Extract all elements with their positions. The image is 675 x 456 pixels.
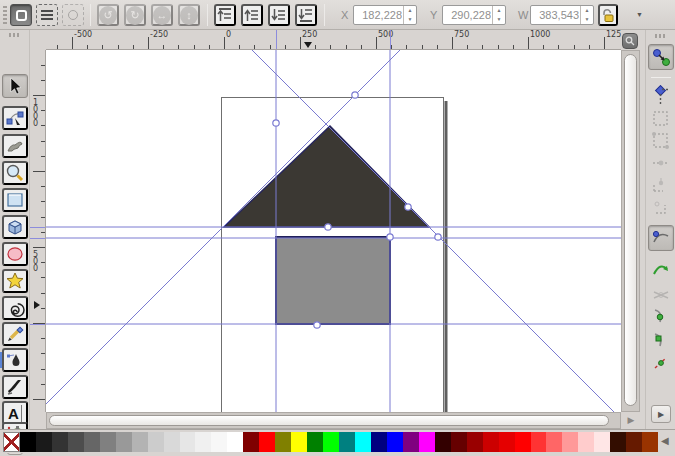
palette-swatch[interactable] <box>594 432 610 452</box>
palette-swatch[interactable] <box>323 432 339 452</box>
palette-swatch[interactable] <box>307 432 323 452</box>
palette-swatch[interactable] <box>546 432 562 452</box>
toolbar-grip[interactable] <box>9 33 21 37</box>
flip-vertical-button[interactable]: ↕ <box>178 4 200 26</box>
w-spinner[interactable]: ▲▼ <box>580 6 593 24</box>
palette-swatch[interactable] <box>626 432 642 452</box>
palette-swatch[interactable] <box>642 432 658 452</box>
snap-path-intersections-icon[interactable] <box>651 285 671 305</box>
palette-swatch[interactable] <box>148 432 164 452</box>
palette-swatch[interactable] <box>132 432 148 452</box>
snap-page-border-icon[interactable] <box>651 197 671 217</box>
chevron-down-icon[interactable]: ▼ <box>636 11 643 18</box>
palette-swatch[interactable] <box>467 432 483 452</box>
palette-swatch[interactable] <box>116 432 132 452</box>
snap-to-paths-icon[interactable] <box>651 260 671 280</box>
palette-swatch[interactable] <box>227 432 243 452</box>
snap-midpoints-icon[interactable] <box>651 353 671 373</box>
snap-overflow-button[interactable]: ▶ <box>651 405 671 423</box>
palette-swatch[interactable] <box>610 432 626 452</box>
quick-zoom-button[interactable] <box>622 33 638 49</box>
palette-swatch[interactable] <box>195 432 211 452</box>
palette-swatch[interactable] <box>451 432 467 452</box>
palette-swatch[interactable] <box>275 432 291 452</box>
snap-cusp-nodes-icon[interactable] <box>651 306 671 326</box>
scrollbar-right-stepper[interactable]: ▶ <box>622 413 640 428</box>
guide-anchor[interactable] <box>314 322 320 328</box>
x-spinner[interactable]: ▲▼ <box>403 6 416 24</box>
rotate-cw-button[interactable]: ↻ <box>124 4 146 26</box>
house-body-rect[interactable] <box>276 237 390 324</box>
guide-anchor[interactable] <box>325 224 331 230</box>
palette-swatch[interactable] <box>164 432 180 452</box>
vertical-scrollbar[interactable] <box>621 50 640 412</box>
palette-swatch[interactable] <box>531 432 547 452</box>
palette-scroll-left-icon[interactable]: ◀ <box>661 435 669 446</box>
tool-pen[interactable] <box>2 348 28 372</box>
palette-swatch[interactable] <box>84 432 100 452</box>
snap-bbox-midpoints-icon[interactable] <box>651 153 671 173</box>
horizontal-ruler[interactable]: -500-250025050075010001250 <box>46 30 621 50</box>
raise-button[interactable] <box>241 4 263 26</box>
palette-swatch[interactable] <box>36 432 52 452</box>
w-input[interactable] <box>533 7 579 23</box>
raise-to-top-button[interactable] <box>214 4 236 26</box>
guide-anchor[interactable] <box>352 92 358 98</box>
guide-anchor[interactable] <box>387 234 393 240</box>
palette-swatch[interactable] <box>578 432 594 452</box>
palette-swatch[interactable] <box>403 432 419 452</box>
select-all-layers-button[interactable] <box>36 4 58 26</box>
tool-tweak[interactable] <box>2 134 28 158</box>
guide-anchor[interactable] <box>435 234 441 240</box>
tool-zoom[interactable] <box>2 161 28 185</box>
palette-swatch[interactable] <box>211 432 227 452</box>
select-all-button[interactable] <box>10 4 32 26</box>
palette-swatch[interactable] <box>291 432 307 452</box>
guide-anchor[interactable] <box>273 120 279 126</box>
palette-swatch[interactable] <box>259 432 275 452</box>
palette-swatch[interactable] <box>20 432 36 452</box>
palette-swatch[interactable] <box>100 432 116 452</box>
guide-anchor[interactable] <box>405 204 411 210</box>
palette-swatch[interactable] <box>355 432 371 452</box>
tool-pencil[interactable] <box>2 322 28 346</box>
tool-selector[interactable] <box>2 74 28 98</box>
snap-bbox-icon[interactable] <box>651 85 671 105</box>
y-spinner[interactable]: ▲▼ <box>492 6 505 24</box>
tool-ellipse[interactable] <box>2 242 28 266</box>
x-input[interactable] <box>356 7 402 23</box>
vertical-ruler[interactable]: 1000500 <box>30 50 46 412</box>
tool-spiral[interactable] <box>2 296 28 320</box>
lower-to-bottom-button[interactable] <box>295 4 317 26</box>
palette-swatch[interactable] <box>387 432 403 452</box>
snap-smooth-nodes-icon[interactable] <box>651 330 671 350</box>
tool-3dbox[interactable] <box>2 215 28 239</box>
horizontal-scrollbar[interactable] <box>46 412 621 429</box>
palette-swatch[interactable] <box>483 432 499 452</box>
snap-enable-button[interactable] <box>648 44 674 70</box>
snap-bbox-centers-icon[interactable] <box>651 175 671 195</box>
drawing-canvas[interactable] <box>46 50 621 412</box>
palette-swatch[interactable] <box>52 432 68 452</box>
toolbar-grip[interactable] <box>655 34 667 38</box>
palette-swatch[interactable] <box>499 432 515 452</box>
snap-bbox-corners-icon[interactable] <box>651 131 671 151</box>
palette-swatch[interactable] <box>180 432 196 452</box>
tool-rectangle[interactable] <box>2 188 28 212</box>
palette-swatch-none[interactable] <box>3 432 20 452</box>
vertical-scrollbar-thumb[interactable] <box>624 54 637 406</box>
palette-swatch[interactable] <box>419 432 435 452</box>
palette-swatch[interactable] <box>68 432 84 452</box>
palette-swatch[interactable] <box>243 432 259 452</box>
y-input[interactable] <box>445 7 491 23</box>
tool-star[interactable] <box>2 269 28 293</box>
tool-node-editor[interactable] <box>2 106 28 130</box>
palette-swatch[interactable] <box>515 432 531 452</box>
horizontal-scrollbar-thumb[interactable] <box>49 415 609 426</box>
lower-button[interactable] <box>268 4 290 26</box>
snap-nodes-button[interactable] <box>648 225 674 251</box>
deselect-button[interactable] <box>62 4 84 26</box>
toolbar-grip[interactable] <box>3 6 7 24</box>
tool-calligraphy[interactable] <box>2 375 28 399</box>
snap-bbox-edges-icon[interactable] <box>651 109 671 129</box>
